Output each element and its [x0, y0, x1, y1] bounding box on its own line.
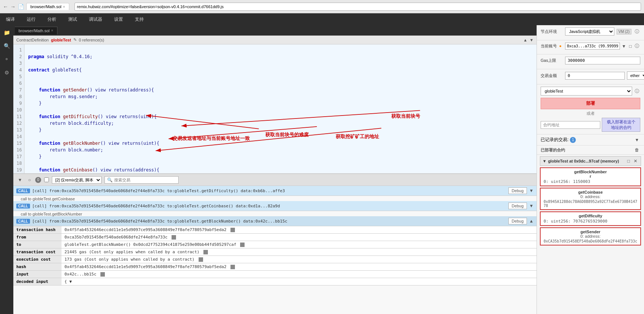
tx-toolbar: ▼ ○ 0 [2] 仅remix交易, 脚本 🔍	[13, 174, 537, 186]
tx-row-1: CALL [call] from:0xca35b7d915458ef540ade…	[13, 201, 537, 211]
tx-amount-unit[interactable]: ether	[627, 71, 644, 80]
tx-detail-table: transaction hash 0x4f5fab4532646eccdd11e…	[13, 226, 537, 285]
gas-input[interactable]	[565, 57, 640, 64]
sidebar-git-icon[interactable]: ⚬	[1, 54, 12, 64]
account-input[interactable]	[565, 43, 620, 50]
tx-detail-key-0: transaction hash	[13, 226, 62, 234]
func-name-sender[interactable]: getSender	[544, 230, 637, 234]
menu-support[interactable]: 支持	[133, 15, 146, 24]
line-numbers: 12345678910111213141516171819202122	[13, 44, 24, 173]
sidebar-search-icon[interactable]: 🔍	[1, 41, 12, 51]
tx-debug-btn-0[interactable]: Debug	[508, 187, 527, 194]
tx-recorded-count: 1	[570, 137, 576, 143]
tx-detail-val-2: globleTest.getBlockNumber() 0x0dcd2f7523…	[62, 241, 537, 248]
tx-expand-btn-2[interactable]: ▲	[529, 218, 534, 224]
node-env-label: 节点环境	[541, 29, 563, 34]
tx-recorded-expand-btn[interactable]: ▼	[634, 137, 640, 143]
tx-count-badge: 0	[35, 177, 41, 183]
tx-debug-btn-1[interactable]: Debug	[508, 203, 527, 209]
transaction-panel: ▼ ○ 0 [2] 仅remix交易, 脚本 🔍 CALL [c	[13, 173, 537, 314]
account-copy-btn[interactable]: □	[628, 43, 633, 49]
tx-expand-btn-0[interactable]: ▼	[529, 188, 534, 193]
tx-detail-key-3: transaction cost	[13, 248, 62, 256]
tx-collapse-btn[interactable]: ▼	[16, 177, 24, 183]
reference-count: 0 reference(s)	[79, 38, 104, 42]
contract-info-btn[interactable]: ⓘ	[634, 88, 640, 95]
deploy-btn[interactable]: 部署	[541, 98, 640, 109]
copy-icon-0[interactable]	[230, 228, 235, 232]
sidebar-debug-icon[interactable]: ⚙	[1, 67, 12, 78]
at-address-row: 载入部署在这个地址的合约	[541, 118, 640, 132]
editor-tab-math[interactable]: browser/Math.sol ×	[15, 27, 57, 34]
tx-detail-key-5: hash	[13, 263, 62, 271]
contract-remove-btn[interactable]: ✕	[633, 158, 638, 164]
func-val-sender: 0xCA35b7d915458EF540aDe6068dFe2F44E8fa73…	[544, 239, 637, 243]
pencil-icon: ✎	[73, 37, 77, 42]
node-env-info-btn[interactable]: ⓘ	[634, 28, 640, 35]
at-address-input[interactable]	[541, 121, 600, 129]
tx-row-text-0: [call] from:0xca35b7d915458ef540ade6068d…	[32, 188, 285, 193]
tx-expand-btn-1[interactable]: ▼	[529, 203, 534, 208]
tx-call-badge-1: CALL	[16, 204, 30, 208]
table-row: transaction hash 0x4f5fab4532646eccdd11e…	[13, 226, 537, 234]
tx-filter-checkbox[interactable]	[44, 177, 49, 182]
deployed-contracts-header: 已部署的合约 🗑	[537, 146, 644, 155]
copy-icon-6[interactable]	[100, 272, 105, 277]
account-input-wrap: ▼ □ ⓘ	[565, 43, 640, 50]
tx-detail-val-5: 0x4f5fab4532646eccdd11e1e5d9097ce995a360…	[62, 263, 537, 271]
account-label: 当前账号 ●	[541, 43, 563, 49]
editor-tabs: browser/Math.sol ×	[13, 25, 537, 36]
copy-icon-3[interactable]	[203, 250, 208, 254]
tx-filter-select[interactable]: [2] 仅remix交易, 脚本	[52, 176, 102, 184]
account-info-btn[interactable]: ⓘ	[634, 43, 640, 50]
table-row: transaction cost 21445 gas (Cost only ap…	[13, 248, 537, 256]
contract-instance-name: globleTest at 0x0dc...97caf (memory)	[548, 159, 619, 163]
func-name-blocknum[interactable]: getBlockNumberr	[544, 170, 637, 178]
copy-icon-2[interactable]	[240, 243, 245, 247]
browser-tab[interactable]: browser/Math.sol ×	[26, 3, 69, 10]
contract-select-wrap: globleTest ⓘ	[541, 87, 640, 96]
menu-settings[interactable]: 设置	[112, 15, 125, 24]
menu-run[interactable]: 运行	[24, 15, 38, 24]
contract-copy-btn[interactable]: □	[626, 158, 631, 164]
func-result-blocknum: getBlockNumberr 0: uint256: 1150003	[540, 167, 641, 186]
deployed-trash-btn[interactable]: 🗑	[634, 147, 640, 153]
tx-recorded-header: 已记录的交易: 1 ▼	[537, 134, 644, 146]
back-btn[interactable]: ←	[3, 4, 8, 10]
sidebar-folder-icon[interactable]: 📁	[1, 27, 12, 38]
code-text[interactable]: pragma solidity ^0.4.16; contract globle…	[24, 44, 537, 173]
menu-compile[interactable]: 编译	[4, 15, 17, 24]
tx-clear-btn[interactable]: ○	[27, 177, 32, 183]
tx-subtext-0: call to globleTest.getCoinbase	[13, 196, 537, 201]
tx-debug-btn-2[interactable]: Debug	[508, 218, 527, 224]
tx-amount-input[interactable]	[565, 72, 625, 80]
url-bar[interactable]	[74, 3, 641, 11]
copy-icon-4[interactable]	[199, 257, 203, 262]
copy-icon-1[interactable]	[172, 235, 176, 240]
account-dropdown-btn[interactable]: ▼	[621, 43, 627, 49]
tx-detail-val-1: 0xca35b7d915458ef540ade6068dfe2f44e8fa73…	[62, 234, 537, 241]
tx-search-input[interactable]	[114, 178, 176, 182]
forward-btn[interactable]: →	[10, 4, 16, 10]
menu-test[interactable]: 测试	[66, 15, 79, 24]
at-address-btn[interactable]: 载入部署在这个地址的合约	[602, 118, 640, 132]
chevron-up-icon: ▲	[523, 38, 527, 42]
table-row: input 0x42c...bb15c	[13, 271, 537, 278]
node-env-select[interactable]: JavaScript虚拟机	[565, 27, 614, 36]
editor-tab-close[interactable]: ×	[51, 29, 53, 33]
tab-label: browser/Math.sol	[30, 4, 62, 9]
func-name-difficulty[interactable]: getDifficulty	[544, 214, 637, 218]
menu-debugger[interactable]: 调试器	[87, 15, 104, 24]
func-val-coinbase: 0x8945A1288dc78A6D8B8952a92C77aEe6730B41…	[544, 200, 637, 208]
contract-expand-icon: ▼	[542, 159, 547, 163]
main-layout: 📁 🔍 ⚬ ⚙ browser/Math.sol × ContractDefin…	[0, 25, 644, 314]
copy-icon-5[interactable]	[230, 265, 235, 269]
contract-dropdown[interactable]: globleTest	[541, 87, 632, 96]
code-editor[interactable]: 12345678910111213141516171819202122 prag…	[13, 44, 537, 173]
chevron-down-icon: ▼	[530, 38, 534, 42]
tx-detail-val-7: { ▼	[62, 278, 537, 285]
contract-def-label: ContractDefinition	[16, 38, 49, 42]
tab-close-btn[interactable]: ×	[63, 5, 65, 9]
menu-analyze[interactable]: 分析	[45, 15, 59, 24]
func-name-coinbase[interactable]: getCoinbase	[544, 190, 637, 194]
